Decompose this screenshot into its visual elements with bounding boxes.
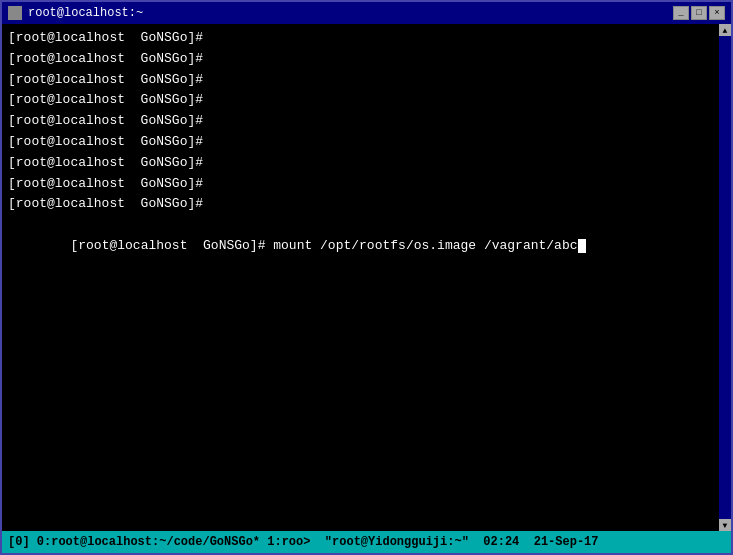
window-title: root@localhost:~ [28, 6, 143, 20]
status-bar: [0] 0:root@localhost:~/code/GoNSGo* 1:ro… [2, 531, 731, 553]
terminal-line: [root@localhost GoNSGo]# [8, 90, 725, 111]
terminal-current-line: [root@localhost GoNSGo]# mount /opt/root… [8, 215, 725, 277]
cursor [578, 239, 586, 253]
terminal-line: [root@localhost GoNSGo]# [8, 28, 725, 49]
title-buttons: _ □ × [673, 6, 725, 20]
terminal-line: [root@localhost GoNSGo]# [8, 194, 725, 215]
status-text: [0] 0:root@localhost:~/code/GoNSGo* 1:ro… [8, 535, 599, 549]
title-bar-left: root@localhost:~ [8, 6, 143, 20]
terminal-line: [root@localhost GoNSGo]# [8, 70, 725, 91]
terminal-body[interactable]: [root@localhost GoNSGo]# [root@localhost… [2, 24, 731, 531]
scrollbar-track[interactable] [719, 36, 731, 519]
window-icon [8, 6, 22, 20]
minimize-button[interactable]: _ [673, 6, 689, 20]
maximize-button[interactable]: □ [691, 6, 707, 20]
terminal-line: [root@localhost GoNSGo]# [8, 49, 725, 70]
close-button[interactable]: × [709, 6, 725, 20]
terminal-output: [root@localhost GoNSGo]# [root@localhost… [8, 28, 725, 278]
terminal-line: [root@localhost GoNSGo]# [8, 153, 725, 174]
terminal-window: root@localhost:~ _ □ × [root@localhost G… [0, 0, 733, 555]
title-bar: root@localhost:~ _ □ × [2, 2, 731, 24]
terminal-line: [root@localhost GoNSGo]# [8, 174, 725, 195]
scrollbar-down-button[interactable]: ▼ [719, 519, 731, 531]
scrollbar[interactable]: ▲ ▼ [719, 24, 731, 531]
terminal-line: [root@localhost GoNSGo]# [8, 132, 725, 153]
scrollbar-up-button[interactable]: ▲ [719, 24, 731, 36]
terminal-line: [root@localhost GoNSGo]# [8, 111, 725, 132]
